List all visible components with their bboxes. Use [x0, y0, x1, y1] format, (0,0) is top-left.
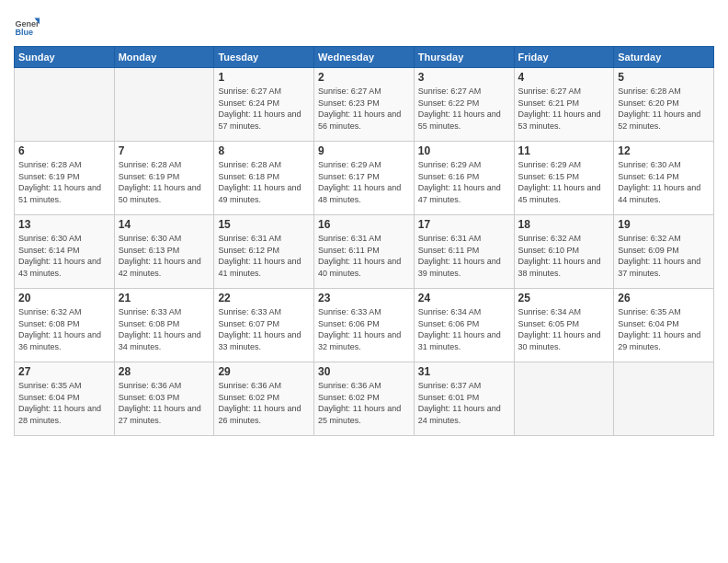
calendar-cell: 28Sunrise: 6:36 AM Sunset: 6:03 PM Dayli…: [114, 362, 214, 436]
day-number: 21: [119, 292, 210, 304]
day-number: 27: [18, 365, 110, 378]
calendar-cell: 26Sunrise: 6:35 AM Sunset: 6:04 PM Dayli…: [614, 289, 714, 362]
calendar-cell: 17Sunrise: 6:31 AM Sunset: 6:11 PM Dayli…: [414, 215, 514, 289]
calendar-cell: 21Sunrise: 6:33 AM Sunset: 6:08 PM Dayli…: [114, 289, 214, 362]
calendar-cell: [614, 362, 714, 436]
calendar-week-5: 27Sunrise: 6:35 AM Sunset: 6:04 PM Dayli…: [15, 362, 714, 436]
day-number: 18: [518, 218, 610, 231]
calendar-cell: 24Sunrise: 6:34 AM Sunset: 6:06 PM Dayli…: [414, 289, 514, 362]
calendar-cell: 25Sunrise: 6:34 AM Sunset: 6:05 PM Dayli…: [514, 289, 614, 362]
day-info: Sunrise: 6:28 AM Sunset: 6:18 PM Dayligh…: [218, 159, 310, 205]
day-number: 9: [318, 144, 410, 157]
day-number: 4: [518, 71, 610, 84]
day-number: 8: [218, 144, 310, 157]
day-number: 1: [218, 71, 310, 84]
day-info: Sunrise: 6:27 AM Sunset: 6:22 PM Dayligh…: [418, 86, 510, 132]
day-info: Sunrise: 6:28 AM Sunset: 6:20 PM Dayligh…: [618, 86, 710, 132]
day-header-saturday: Saturday: [614, 47, 714, 68]
calendar-cell: 6Sunrise: 6:28 AM Sunset: 6:19 PM Daylig…: [15, 142, 115, 215]
day-header-wednesday: Wednesday: [314, 47, 415, 68]
day-header-tuesday: Tuesday: [214, 47, 314, 68]
day-info: Sunrise: 6:27 AM Sunset: 6:23 PM Dayligh…: [318, 86, 410, 132]
day-info: Sunrise: 6:34 AM Sunset: 6:06 PM Dayligh…: [418, 306, 510, 352]
header: General Blue: [14, 9, 714, 39]
calendar-cell: 31Sunrise: 6:37 AM Sunset: 6:01 PM Dayli…: [414, 362, 514, 436]
day-info: Sunrise: 6:32 AM Sunset: 6:10 PM Dayligh…: [518, 233, 610, 279]
calendar-week-1: 1Sunrise: 6:27 AM Sunset: 6:24 PM Daylig…: [15, 68, 714, 142]
day-number: 14: [119, 218, 210, 231]
calendar-cell: 8Sunrise: 6:28 AM Sunset: 6:18 PM Daylig…: [214, 142, 314, 215]
day-number: 25: [518, 292, 610, 304]
calendar-week-2: 6Sunrise: 6:28 AM Sunset: 6:19 PM Daylig…: [15, 142, 714, 215]
calendar-cell: 10Sunrise: 6:29 AM Sunset: 6:16 PM Dayli…: [414, 142, 514, 215]
day-info: Sunrise: 6:30 AM Sunset: 6:14 PM Dayligh…: [618, 159, 710, 205]
calendar-cell: 4Sunrise: 6:27 AM Sunset: 6:21 PM Daylig…: [514, 68, 614, 142]
svg-text:Blue: Blue: [15, 28, 33, 37]
calendar-cell: 19Sunrise: 6:32 AM Sunset: 6:09 PM Dayli…: [614, 215, 714, 289]
day-info: Sunrise: 6:36 AM Sunset: 6:03 PM Dayligh…: [119, 380, 210, 426]
day-number: 15: [218, 218, 310, 231]
day-number: 31: [418, 365, 510, 378]
calendar-table: SundayMondayTuesdayWednesdayThursdayFrid…: [14, 46, 714, 436]
day-info: Sunrise: 6:36 AM Sunset: 6:02 PM Dayligh…: [318, 380, 410, 426]
calendar-week-3: 13Sunrise: 6:30 AM Sunset: 6:14 PM Dayli…: [15, 215, 714, 289]
day-header-sunday: Sunday: [15, 47, 115, 68]
day-number: 19: [618, 218, 710, 231]
day-info: Sunrise: 6:31 AM Sunset: 6:11 PM Dayligh…: [318, 233, 410, 279]
calendar-cell: 5Sunrise: 6:28 AM Sunset: 6:20 PM Daylig…: [614, 68, 714, 142]
day-info: Sunrise: 6:34 AM Sunset: 6:05 PM Dayligh…: [518, 306, 610, 352]
day-info: Sunrise: 6:28 AM Sunset: 6:19 PM Dayligh…: [119, 159, 210, 205]
day-number: 20: [18, 292, 110, 304]
calendar-cell: 29Sunrise: 6:36 AM Sunset: 6:02 PM Dayli…: [214, 362, 314, 436]
calendar-cell: 16Sunrise: 6:31 AM Sunset: 6:11 PM Dayli…: [314, 215, 415, 289]
calendar-cell: 11Sunrise: 6:29 AM Sunset: 6:15 PM Dayli…: [514, 142, 614, 215]
day-info: Sunrise: 6:33 AM Sunset: 6:07 PM Dayligh…: [218, 306, 310, 352]
day-info: Sunrise: 6:33 AM Sunset: 6:08 PM Dayligh…: [119, 306, 210, 352]
logo: General Blue: [14, 13, 43, 39]
calendar-cell: 23Sunrise: 6:33 AM Sunset: 6:06 PM Dayli…: [314, 289, 415, 362]
day-number: 17: [418, 218, 510, 231]
day-number: 23: [318, 292, 410, 304]
day-number: 13: [18, 218, 110, 231]
calendar-cell: [514, 362, 614, 436]
day-info: Sunrise: 6:33 AM Sunset: 6:06 PM Dayligh…: [318, 306, 410, 352]
day-info: Sunrise: 6:35 AM Sunset: 6:04 PM Dayligh…: [18, 380, 110, 426]
day-number: 6: [18, 144, 110, 157]
day-info: Sunrise: 6:27 AM Sunset: 6:21 PM Dayligh…: [518, 86, 610, 132]
calendar-cell: 7Sunrise: 6:28 AM Sunset: 6:19 PM Daylig…: [114, 142, 214, 215]
day-number: 22: [218, 292, 310, 304]
day-number: 30: [318, 365, 410, 378]
day-number: 3: [418, 71, 510, 84]
day-header-friday: Friday: [514, 47, 614, 68]
day-info: Sunrise: 6:35 AM Sunset: 6:04 PM Dayligh…: [618, 306, 710, 352]
day-info: Sunrise: 6:30 AM Sunset: 6:13 PM Dayligh…: [119, 233, 210, 279]
day-info: Sunrise: 6:30 AM Sunset: 6:14 PM Dayligh…: [18, 233, 110, 279]
calendar-cell: [15, 68, 115, 142]
day-number: 5: [618, 71, 710, 84]
calendar-cell: 13Sunrise: 6:30 AM Sunset: 6:14 PM Dayli…: [15, 215, 115, 289]
day-number: 26: [618, 292, 710, 304]
calendar-cell: 12Sunrise: 6:30 AM Sunset: 6:14 PM Dayli…: [614, 142, 714, 215]
day-info: Sunrise: 6:31 AM Sunset: 6:12 PM Dayligh…: [218, 233, 310, 279]
day-info: Sunrise: 6:32 AM Sunset: 6:09 PM Dayligh…: [618, 233, 710, 279]
calendar-cell: 22Sunrise: 6:33 AM Sunset: 6:07 PM Dayli…: [214, 289, 314, 362]
day-number: 7: [119, 144, 210, 157]
day-info: Sunrise: 6:31 AM Sunset: 6:11 PM Dayligh…: [418, 233, 510, 279]
day-number: 16: [318, 218, 410, 231]
calendar-cell: 14Sunrise: 6:30 AM Sunset: 6:13 PM Dayli…: [114, 215, 214, 289]
calendar-header-row: SundayMondayTuesdayWednesdayThursdayFrid…: [15, 47, 714, 68]
calendar-cell: 15Sunrise: 6:31 AM Sunset: 6:12 PM Dayli…: [214, 215, 314, 289]
calendar-cell: 18Sunrise: 6:32 AM Sunset: 6:10 PM Dayli…: [514, 215, 614, 289]
calendar-cell: 20Sunrise: 6:32 AM Sunset: 6:08 PM Dayli…: [15, 289, 115, 362]
calendar-cell: 27Sunrise: 6:35 AM Sunset: 6:04 PM Dayli…: [15, 362, 115, 436]
day-header-monday: Monday: [114, 47, 214, 68]
day-info: Sunrise: 6:27 AM Sunset: 6:24 PM Dayligh…: [218, 86, 310, 132]
day-info: Sunrise: 6:37 AM Sunset: 6:01 PM Dayligh…: [418, 380, 510, 426]
day-number: 11: [518, 144, 610, 157]
calendar-cell: 3Sunrise: 6:27 AM Sunset: 6:22 PM Daylig…: [414, 68, 514, 142]
day-info: Sunrise: 6:32 AM Sunset: 6:08 PM Dayligh…: [18, 306, 110, 352]
day-info: Sunrise: 6:29 AM Sunset: 6:16 PM Dayligh…: [418, 159, 510, 205]
main-container: General Blue SundayMondayTuesdayWednesda…: [0, 0, 728, 445]
day-number: 10: [418, 144, 510, 157]
day-info: Sunrise: 6:29 AM Sunset: 6:15 PM Dayligh…: [518, 159, 610, 205]
